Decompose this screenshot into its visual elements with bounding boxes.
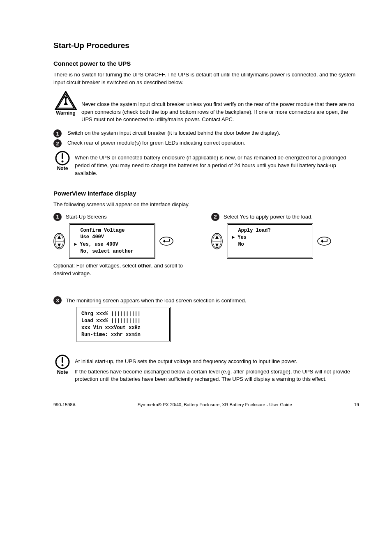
lcd1-line1: Confirm Voltage — [80, 228, 125, 233]
lcd2-line2: Yes — [238, 235, 247, 240]
lcd1-line4: No, select another — [80, 249, 134, 254]
note2-para2: If the batteries have become discharged … — [75, 368, 359, 384]
optional-text: Optional: For other voltages, select oth… — [53, 262, 201, 278]
svg-point-24 — [62, 364, 64, 366]
disp2-number: 2 — [211, 213, 219, 221]
lcd3-line3: xxx Vin xxxVout xxHz — [81, 325, 165, 332]
warning-text: Never close the system input circuit bre… — [81, 93, 359, 124]
disp3-number: 3 — [53, 296, 62, 304]
disp2-heading: Select Yes to apply power to the load. — [224, 214, 313, 220]
enter-key-icon-2 — [317, 237, 331, 246]
up-down-nav-icon-2 — [211, 233, 223, 249]
svg-marker-12 — [58, 244, 61, 247]
step1-text: Switch on the system input circuit break… — [67, 129, 359, 136]
note2-para1: At initial start-up, the UPS sets the ou… — [75, 358, 359, 366]
warning-icon — [55, 91, 77, 110]
sub-heading-interface: PowerView interface display — [53, 190, 359, 197]
disp1-number: 1 — [53, 213, 62, 221]
svg-marker-21 — [321, 240, 323, 243]
interface-para: The following screens will appear on the… — [53, 201, 359, 209]
svg-marker-14 — [163, 240, 165, 243]
lcd1-line3: Yes, use 400V — [80, 242, 118, 247]
step-number-1: 1 — [53, 129, 62, 138]
section-title: Start-Up Procedures — [53, 41, 359, 50]
sub-heading-power: Connect power to the UPS — [53, 60, 359, 67]
lcd-screen-3: Chrg xxx% |||||||||| Load xxx% |||||||||… — [76, 307, 171, 342]
footer-right: 19 — [354, 402, 359, 407]
enter-key-icon — [159, 237, 173, 246]
lcd3-line2: Load xxx% |||||||||| — [81, 318, 165, 325]
svg-marker-11 — [58, 235, 61, 239]
svg-rect-6 — [62, 153, 63, 159]
step2-text: Check rear of power module(s) for green … — [67, 139, 359, 146]
warning-label: Warning — [53, 110, 78, 116]
lcd2-line3: No — [238, 242, 244, 247]
up-down-nav-icon — [53, 233, 65, 249]
svg-rect-23 — [62, 357, 63, 363]
disp3-heading: The monitoring screen appears when the l… — [66, 297, 246, 304]
lcd-screen-2: Apply load? ▸ Yes No — [227, 223, 313, 259]
note-icon-2 — [55, 355, 70, 369]
svg-point-7 — [62, 161, 64, 163]
note-label-1: Note — [53, 166, 71, 171]
step-number-2: 2 — [53, 139, 62, 147]
lcd-screen-1: Confirm Voltage Use 400V ▸ Yes, use 400V… — [69, 223, 155, 259]
power-paragraph: There is no switch for turning the UPS O… — [53, 71, 359, 87]
footer-left: 990-1598A — [53, 402, 76, 407]
lcd2-line1: Apply load? — [238, 228, 270, 233]
lcd3-line1: Chrg xxx% |||||||||| — [81, 311, 165, 318]
note1-text: When the UPS or connected battery enclos… — [75, 153, 359, 177]
note-label-2: Note — [53, 369, 71, 375]
svg-marker-18 — [215, 235, 219, 239]
lcd1-line2: Use 400V — [80, 234, 104, 240]
note-icon — [55, 151, 70, 166]
svg-marker-19 — [215, 244, 219, 247]
disp1-heading: Start-Up Screens — [66, 214, 107, 220]
lcd3-line4: Run-time: xxhr xxmin — [81, 332, 165, 339]
footer-center: Symmetra® PX 20/40, Battery Enclosure, X… — [138, 402, 292, 407]
